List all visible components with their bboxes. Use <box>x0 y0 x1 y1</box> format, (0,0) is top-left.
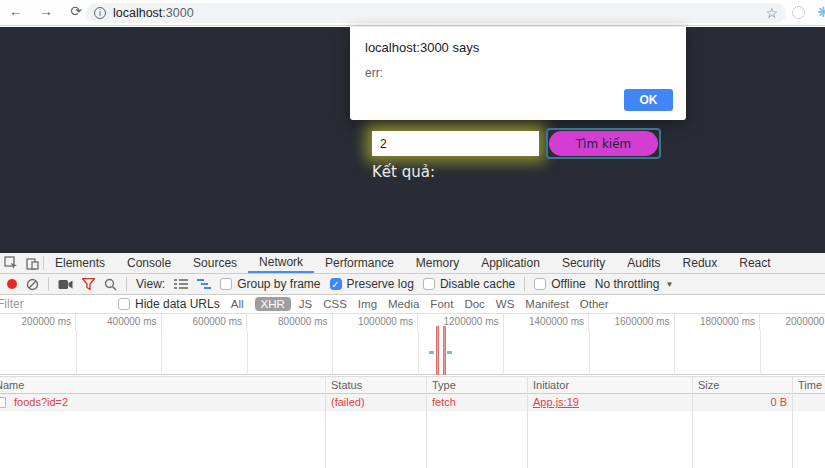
ruler-tick: 600000 ms <box>162 314 248 330</box>
extension-icon[interactable] <box>792 6 805 19</box>
tab-react[interactable]: React <box>728 253 781 273</box>
checkbox-icon[interactable] <box>423 278 435 290</box>
network-toolbar: View: Group by frame ✓ Preserve log Disa… <box>0 274 825 295</box>
request-bar <box>447 351 452 354</box>
table-header: Name Status Type Initiator Size Time <box>0 376 825 394</box>
col-status[interactable]: Status <box>331 377 362 394</box>
filter-type-img[interactable]: Img <box>358 298 377 310</box>
url-port: :3000 <box>162 6 193 20</box>
tab-security[interactable]: Security <box>551 253 616 273</box>
request-name[interactable]: foods?id=2 <box>14 394 68 411</box>
checkbox-checked-icon[interactable]: ✓ <box>330 278 342 290</box>
filter-type-media[interactable]: Media <box>388 298 419 310</box>
capture-screenshots-icon[interactable] <box>58 279 73 290</box>
tab-network[interactable]: Network <box>248 253 314 273</box>
filter-type-js[interactable]: JS <box>299 298 312 310</box>
alert-dialog: localhost:3000 says err: OK <box>350 27 686 120</box>
tab-audits[interactable]: Audits <box>616 253 671 273</box>
ruler-tick: 1000000 ms <box>333 314 419 330</box>
extension-blue-icon[interactable]: ❋ <box>817 4 825 20</box>
filter-type-font[interactable]: Font <box>430 298 453 310</box>
devtools-panel: Elements Console Sources Network Perform… <box>0 253 825 468</box>
group-by-frame-checkbox[interactable]: Group by frame <box>220 277 320 291</box>
col-initiator[interactable]: Initiator <box>533 377 569 394</box>
filter-type-manifest[interactable]: Manifest <box>525 298 568 310</box>
ok-button[interactable]: OK <box>624 89 673 111</box>
checkbox-icon[interactable] <box>220 278 232 290</box>
table-row[interactable]: foods?id=2 (failed) fetch App.js:19 0 B <box>0 394 825 411</box>
timeline-ruler: 200000 ms 400000 ms 600000 ms 800000 ms … <box>0 314 825 330</box>
request-initiator-link[interactable]: App.js:19 <box>533 394 579 411</box>
document-icon <box>0 397 6 408</box>
request-status: (failed) <box>331 394 365 411</box>
browser-toolbar: ← → ⟳ i localhost:3000 ☆ ❋ <box>0 0 825 26</box>
tab-performance[interactable]: Performance <box>314 253 405 273</box>
failed-request-marker <box>443 326 446 375</box>
network-overview[interactable] <box>0 330 825 375</box>
back-icon[interactable]: ← <box>6 3 26 19</box>
device-toolbar-icon[interactable] <box>26 257 39 270</box>
search-input[interactable] <box>372 131 539 156</box>
ruler-tick: 1800000 ms <box>675 314 761 330</box>
tab-sources[interactable]: Sources <box>182 253 248 273</box>
address-bar[interactable]: i localhost:3000 ☆ <box>86 3 786 23</box>
view-label: View: <box>136 277 165 291</box>
url-host: localhost <box>113 6 162 20</box>
bookmark-star-icon[interactable]: ☆ <box>765 5 778 21</box>
hide-data-urls-checkbox[interactable]: Hide data URLs <box>118 297 220 311</box>
filter-icon[interactable] <box>82 278 95 290</box>
request-bar <box>429 351 434 354</box>
tab-application[interactable]: Application <box>470 253 551 273</box>
alert-title: localhost:3000 says <box>365 40 479 55</box>
ruler-tick: 1200000 ms <box>418 314 504 330</box>
throttling-dropdown[interactable]: No throttling ▼ <box>595 277 674 291</box>
devtools-tabbar: Elements Console Sources Network Perform… <box>0 253 825 274</box>
info-icon[interactable]: i <box>94 7 106 19</box>
filter-input[interactable] <box>0 297 118 311</box>
ruler-tick: 200000 ms <box>0 314 76 330</box>
requests-table: Name Status Type Initiator Size Time foo… <box>0 376 825 468</box>
ruler-tick: 2000000 ms <box>760 314 825 330</box>
record-icon[interactable] <box>7 279 17 289</box>
col-type[interactable]: Type <box>432 377 456 394</box>
offline-checkbox[interactable]: Offline <box>534 277 585 291</box>
view-list-icon[interactable] <box>174 278 188 290</box>
screen: ← → ⟳ i localhost:3000 ☆ ❋ localhost:300… <box>0 0 825 468</box>
tab-console[interactable]: Console <box>116 253 182 273</box>
search-button-focus-ring: Tìm kiếm <box>546 128 661 159</box>
ruler-tick: 1600000 ms <box>589 314 675 330</box>
refresh-icon[interactable]: ⟳ <box>66 3 86 19</box>
request-type: fetch <box>432 394 456 411</box>
filter-type-other[interactable]: Other <box>580 298 609 310</box>
failed-request-marker <box>436 326 439 375</box>
disable-cache-checkbox[interactable]: Disable cache <box>423 277 515 291</box>
filter-type-all[interactable]: All <box>231 298 244 310</box>
filter-type-doc[interactable]: Doc <box>464 298 484 310</box>
filter-type-xhr[interactable]: XHR <box>255 297 291 311</box>
preserve-log-checkbox[interactable]: ✓ Preserve log <box>330 277 414 291</box>
network-filter-row: Hide data URLs All XHR JS CSS Img Media … <box>0 295 825 314</box>
view-waterfall-icon[interactable] <box>197 278 211 290</box>
checkbox-icon[interactable] <box>118 298 130 310</box>
inspect-element-icon[interactable] <box>4 256 18 270</box>
result-label: Kết quả: <box>372 163 435 181</box>
clear-icon[interactable] <box>26 278 39 291</box>
tab-memory[interactable]: Memory <box>405 253 470 273</box>
col-time[interactable]: Time <box>798 377 822 394</box>
ruler-tick: 1400000 ms <box>504 314 590 330</box>
web-page: localhost:3000 says err: OK Tìm kiếm Kết… <box>0 27 825 253</box>
filter-type-ws[interactable]: WS <box>496 298 515 310</box>
chevron-down-icon: ▼ <box>665 280 673 289</box>
tab-redux[interactable]: Redux <box>672 253 729 273</box>
ruler-tick: 400000 ms <box>76 314 162 330</box>
search-icon[interactable] <box>104 278 117 291</box>
search-button[interactable]: Tìm kiếm <box>549 131 658 156</box>
request-size: 0 B <box>692 394 787 411</box>
col-size[interactable]: Size <box>698 377 719 394</box>
forward-icon[interactable]: → <box>36 3 56 19</box>
col-name[interactable]: Name <box>0 377 24 394</box>
tab-elements[interactable]: Elements <box>44 253 116 273</box>
filter-type-css[interactable]: CSS <box>323 298 347 310</box>
checkbox-icon[interactable] <box>534 278 546 290</box>
alert-message: err: <box>365 66 383 80</box>
